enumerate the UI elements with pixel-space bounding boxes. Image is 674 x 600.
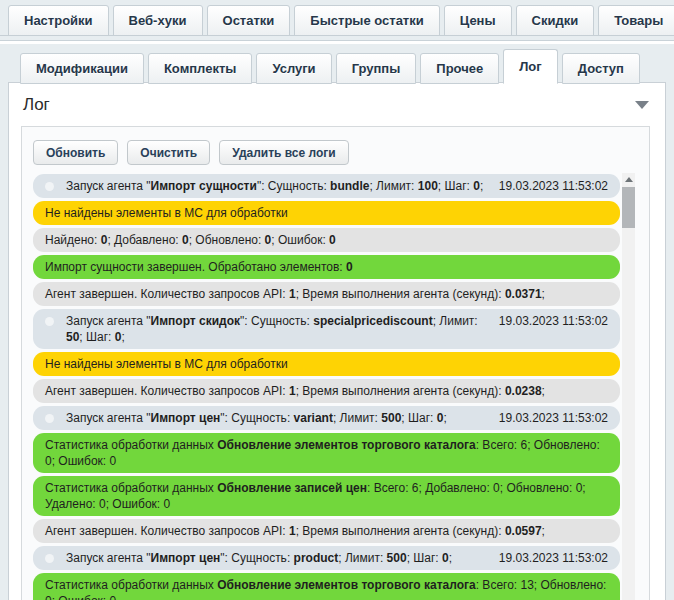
log-row-success: Статистика обработки данных Обновление з… — [33, 476, 620, 516]
secondary-tab-1[interactable]: Модификации — [20, 53, 144, 84]
log-scrollbar[interactable] — [622, 173, 635, 600]
bullet-dot-icon — [45, 182, 54, 191]
log-row-info: Найдено: 0; Добавлено: 0; Обновлено: 0; … — [33, 228, 620, 252]
secondary-tab-7[interactable]: Доступ — [562, 53, 640, 84]
section-divider — [0, 40, 674, 44]
scrollbar-thumb[interactable] — [622, 187, 635, 228]
log-panel: Лог Обновить Очистить Удалить все логи З… — [8, 82, 666, 600]
log-message: Запуск агента "Импорт цен": Сущность: va… — [66, 410, 487, 426]
secondary-tab-3[interactable]: Услуги — [256, 53, 331, 84]
secondary-tab-bar: МодификацииКомплектыУслугиГруппыПрочееЛо… — [8, 49, 666, 83]
secondary-tab-4[interactable]: Группы — [336, 53, 417, 84]
log-row-header: Запуск агента "Импорт цен": Сущность: pr… — [33, 546, 620, 570]
primary-tab-7[interactable]: Товары — [598, 5, 674, 36]
log-row-warning: Не найдены элементы в МС для обработки — [33, 352, 620, 376]
log-toolbar: Обновить Очистить Удалить все логи — [33, 140, 649, 165]
log-message: Агент завершен. Количество запросов API:… — [45, 286, 608, 302]
log-timestamp: 19.03.2023 11:53:02 — [499, 313, 608, 329]
log-row-info: Агент завершен. Количество запросов API:… — [33, 379, 620, 403]
delete-all-logs-button[interactable]: Удалить все логи — [219, 140, 349, 165]
clear-button[interactable]: Очистить — [127, 140, 210, 165]
panel-header: Лог — [9, 83, 665, 125]
secondary-tab-2[interactable]: Комплекты — [148, 53, 252, 84]
primary-tab-4[interactable]: Быстрые остатки — [294, 5, 439, 36]
chevron-down-icon[interactable] — [635, 101, 649, 109]
log-timestamp: 19.03.2023 11:53:02 — [499, 410, 608, 426]
log-message: Запуск агента "Импорт цен": Сущность: pr… — [66, 550, 487, 566]
log-section: Обновить Очистить Удалить все логи Запус… — [21, 126, 650, 600]
bullet-dot-icon — [45, 317, 54, 326]
bullet-dot-icon — [45, 554, 54, 563]
primary-tab-5[interactable]: Цены — [444, 5, 512, 36]
primary-tab-bar: НастройкиВеб-хукиОстаткиБыстрые остаткиЦ… — [0, 0, 674, 36]
log-message: Статистика обработки данных Обновление э… — [45, 437, 608, 469]
secondary-tab-5[interactable]: Прочее — [420, 53, 499, 84]
bullet-dot-icon — [45, 414, 54, 423]
log-message: Агент завершен. Количество запросов API:… — [45, 383, 608, 399]
log-list: Запуск агента "Импорт сущности": Сущност… — [33, 174, 620, 600]
log-row-success: Статистика обработки данных Обновление э… — [33, 573, 620, 600]
log-message: Запуск агента "Импорт сущности": Сущност… — [66, 178, 487, 194]
log-message: Импорт сущности завершен. Обработано эле… — [45, 259, 608, 275]
primary-tab-3[interactable]: Остатки — [207, 5, 291, 36]
primary-tab-1[interactable]: Настройки — [8, 5, 109, 36]
log-message: Статистика обработки данных Обновление э… — [45, 577, 608, 600]
log-message: Запуск агента "Импорт скидок": Сущность:… — [66, 313, 487, 345]
secondary-tab-6[interactable]: Лог — [503, 49, 557, 84]
log-message: Найдено: 0; Добавлено: 0; Обновлено: 0; … — [45, 232, 608, 248]
log-message: Не найдены элементы в МС для обработки — [45, 356, 608, 372]
log-row-header: Запуск агента "Импорт сущности": Сущност… — [33, 174, 620, 198]
log-timestamp: 19.03.2023 11:53:02 — [499, 178, 608, 194]
log-message: Агент завершен. Количество запросов API:… — [45, 523, 608, 539]
primary-tab-2[interactable]: Веб-хуки — [113, 5, 203, 36]
scrollbar-up-arrow-icon[interactable] — [622, 173, 635, 186]
log-row-info: Агент завершен. Количество запросов API:… — [33, 519, 620, 543]
log-row-success: Импорт сущности завершен. Обработано эле… — [33, 255, 620, 279]
log-row-success: Статистика обработки данных Обновление э… — [33, 433, 620, 473]
log-row-header: Запуск агента "Импорт скидок": Сущность:… — [33, 309, 620, 349]
log-message: Статистика обработки данных Обновление з… — [45, 480, 608, 512]
log-message: Не найдены элементы в МС для обработки — [45, 205, 608, 221]
refresh-button[interactable]: Обновить — [33, 140, 118, 165]
primary-tab-6[interactable]: Скидки — [516, 5, 595, 36]
page: НастройкиВеб-хукиОстаткиБыстрые остаткиЦ… — [0, 0, 674, 600]
log-row-warning: Не найдены элементы в МС для обработки — [33, 201, 620, 225]
log-row-info: Агент завершен. Количество запросов API:… — [33, 282, 620, 306]
page-title: Лог — [23, 95, 50, 115]
log-row-header: Запуск агента "Импорт цен": Сущность: va… — [33, 406, 620, 430]
log-timestamp: 19.03.2023 11:53:02 — [499, 550, 608, 566]
